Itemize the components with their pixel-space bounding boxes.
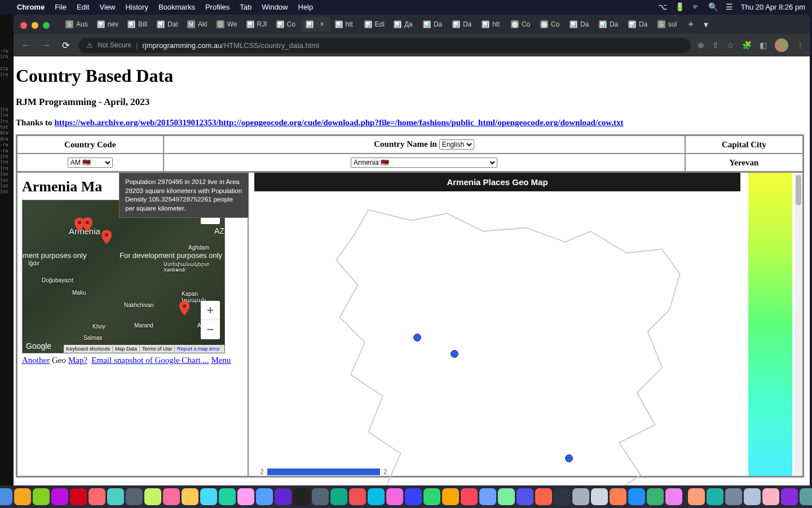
- browser-tab[interactable]: Gsul: [653, 17, 682, 32]
- dock-app-icon[interactable]: [14, 488, 31, 505]
- dock-app-icon[interactable]: [182, 488, 198, 505]
- language-select[interactable]: English: [439, 139, 474, 150]
- browser-tab[interactable]: 📊RJI: [242, 17, 272, 32]
- menu-file[interactable]: File: [55, 3, 67, 11]
- dock-app-icon[interactable]: [442, 488, 459, 505]
- browser-tab[interactable]: 📊×: [301, 17, 330, 32]
- dock-app-icon[interactable]: [628, 488, 645, 505]
- menu-tab[interactable]: Tab: [240, 3, 251, 11]
- dock-app-icon[interactable]: [535, 488, 552, 505]
- map-zoom-out-button[interactable]: −: [201, 320, 220, 339]
- dock-app-icon[interactable]: [517, 488, 533, 505]
- chrome-menu-icon[interactable]: ⋮: [796, 41, 804, 50]
- dock-app-icon[interactable]: [386, 488, 403, 505]
- map-zoom-in-button[interactable]: +: [201, 301, 220, 320]
- dock-app-icon[interactable]: [126, 488, 143, 505]
- dock-app-icon[interactable]: [237, 488, 254, 505]
- dock-app-icon[interactable]: [51, 488, 68, 505]
- dock-app-icon[interactable]: [647, 488, 664, 505]
- dock-app-icon[interactable]: [219, 488, 236, 505]
- country-code-select[interactable]: AM 🇦🇲: [68, 157, 113, 168]
- map-marker-icon[interactable]: [179, 301, 189, 316]
- wifi-icon[interactable]: ᯤ: [692, 2, 700, 11]
- zoom-icon[interactable]: ⊕: [698, 41, 704, 50]
- dock-app-icon[interactable]: [0, 488, 12, 505]
- forward-button[interactable]: →: [39, 38, 53, 52]
- browser-tab[interactable]: 📊Da: [624, 17, 653, 32]
- google-map[interactable]: Armenia Ganja Yevlax AZ Aghdam Iğdır Ստե…: [22, 200, 225, 353]
- dock-app-icon[interactable]: [591, 488, 608, 505]
- dock-app-icon[interactable]: [725, 488, 742, 505]
- browser-tab[interactable]: MAkl: [183, 17, 212, 32]
- menu-edit[interactable]: Edit: [77, 3, 89, 11]
- browser-tab[interactable]: 📊Co: [272, 17, 301, 32]
- browser-tab[interactable]: 📊Da: [448, 17, 477, 32]
- menu-view[interactable]: View: [99, 3, 115, 11]
- dock-app-icon[interactable]: [665, 488, 682, 505]
- dock-app-icon[interactable]: [275, 488, 292, 505]
- dock-app-icon[interactable]: [107, 488, 124, 505]
- dock-app-icon[interactable]: [762, 488, 779, 505]
- geo-data-point[interactable]: [413, 334, 421, 341]
- menubar-clock[interactable]: Thu 20 Apr 8:26 pm: [741, 3, 805, 11]
- geo-data-point[interactable]: [451, 350, 458, 358]
- side-panel-icon[interactable]: ◧: [760, 41, 767, 50]
- browser-tab[interactable]: SAus: [61, 17, 92, 32]
- dock-app-icon[interactable]: [144, 488, 161, 505]
- bluetooth-icon[interactable]: ⌥: [658, 2, 667, 11]
- browser-tab[interactable]: 📊Da: [594, 17, 624, 32]
- dock-app-icon[interactable]: [423, 488, 440, 505]
- back-button[interactable]: ←: [19, 38, 33, 52]
- browser-tab[interactable]: 📊Dat: [152, 17, 183, 32]
- new-tab-button[interactable]: +: [682, 19, 700, 30]
- dock-app-icon[interactable]: [781, 488, 798, 505]
- bookmark-star-icon[interactable]: ☆: [727, 41, 734, 50]
- share-icon[interactable]: ⇧: [712, 41, 719, 50]
- extensions-icon[interactable]: 🧩: [742, 41, 752, 50]
- spotlight-icon[interactable]: 🔍: [708, 2, 718, 11]
- browser-tab[interactable]: ⚪Co: [506, 17, 536, 32]
- url-field[interactable]: ⚠ Not Secure | rjmprogramming.com.au/HTM…: [78, 38, 691, 53]
- dock-app-icon[interactable]: [293, 488, 310, 505]
- dock-app-icon[interactable]: [349, 488, 366, 505]
- map-data-link[interactable]: Map Data: [115, 346, 140, 352]
- profile-avatar[interactable]: [775, 38, 788, 52]
- dock-app-icon[interactable]: [89, 488, 105, 505]
- map-terms-link[interactable]: Terms of Use: [142, 346, 175, 352]
- link-email-snapshot[interactable]: Email snapshot of Google Chart ...: [91, 356, 209, 365]
- dock-app-icon[interactable]: [256, 488, 273, 505]
- map-keyboard-shortcuts[interactable]: Keyboard shortcuts: [66, 346, 113, 352]
- link-map[interactable]: Map?: [68, 356, 87, 365]
- dock-app-icon[interactable]: [461, 488, 478, 505]
- dock-app-icon[interactable]: [707, 488, 723, 505]
- dock-app-icon[interactable]: [405, 488, 422, 505]
- dock-app-icon[interactable]: [688, 488, 705, 505]
- link-menu[interactable]: Menu: [211, 356, 231, 365]
- dock-app-icon[interactable]: [498, 488, 515, 505]
- browser-tab[interactable]: 📊htt: [477, 17, 506, 32]
- menu-history[interactable]: History: [125, 3, 148, 11]
- browser-tab[interactable]: 📊htt: [330, 17, 360, 32]
- menu-help[interactable]: Help: [298, 3, 314, 11]
- link-another[interactable]: Another: [22, 356, 50, 365]
- dock-app-icon[interactable]: [330, 488, 347, 505]
- dock-app-icon[interactable]: [33, 488, 50, 505]
- dock-app-icon[interactable]: [572, 488, 589, 505]
- tab-close-icon[interactable]: ×: [320, 20, 324, 28]
- dock-app-icon[interactable]: [479, 488, 496, 505]
- vertical-scrollbar[interactable]: [795, 173, 802, 476]
- browser-tab[interactable]: OWe: [212, 17, 242, 32]
- dock-app-icon[interactable]: [200, 488, 217, 505]
- menu-profiles[interactable]: Profiles: [205, 3, 230, 11]
- tab-overflow-button[interactable]: ▾: [699, 19, 713, 30]
- menu-bookmarks[interactable]: Bookmarks: [158, 3, 195, 11]
- dock-app-icon[interactable]: [610, 488, 626, 505]
- map-marker-icon[interactable]: [82, 217, 92, 232]
- thanks-link[interactable]: https://web.archive.org/web/201503190123…: [54, 118, 623, 127]
- menu-window[interactable]: Window: [262, 3, 288, 11]
- dock-app-icon[interactable]: [368, 488, 385, 505]
- control-center-icon[interactable]: ☰: [726, 2, 733, 11]
- dock-app-icon[interactable]: [70, 488, 87, 505]
- browser-tab[interactable]: ⚪Co: [536, 17, 565, 32]
- dock-app-icon[interactable]: [800, 488, 812, 505]
